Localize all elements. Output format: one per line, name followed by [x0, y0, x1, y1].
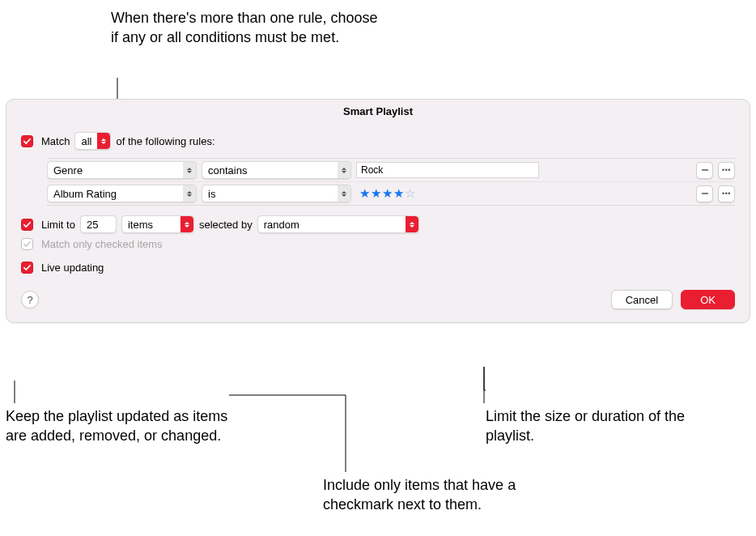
- limit-mid: selected by: [199, 219, 253, 231]
- limit-prefix: Limit to: [41, 219, 75, 231]
- updown-icon: [183, 185, 196, 202]
- updown-icon: [183, 162, 196, 178]
- match-checked-row: Match only checked items: [21, 238, 735, 250]
- live-updating-label: Live updating: [41, 262, 104, 274]
- cancel-button[interactable]: Cancel: [611, 290, 673, 309]
- match-mode-popup[interactable]: all: [74, 132, 111, 150]
- live-updating-checkbox[interactable]: [21, 262, 33, 274]
- limit-count-input[interactable]: 25: [80, 215, 117, 233]
- match-checkbox[interactable]: [21, 135, 33, 147]
- rules-list: Genre contains Rock Album Rating i: [47, 158, 735, 206]
- match-suffix: of the following rules:: [116, 135, 214, 147]
- dialog-footer: ? Cancel OK: [21, 290, 735, 309]
- rule-more-button[interactable]: [718, 162, 735, 179]
- rule-op-popup[interactable]: is: [202, 185, 351, 202]
- rule-row: Genre contains Rock: [47, 159, 735, 181]
- rule-value-stars[interactable]: ★★★★☆: [356, 186, 539, 201]
- match-checked-label: Match only checked items: [41, 238, 163, 250]
- updown-icon: [338, 162, 350, 178]
- live-updating-row: Live updating: [21, 262, 735, 274]
- limit-row: Limit to 25 items selected by random: [21, 215, 735, 233]
- match-prefix: Match: [41, 135, 70, 147]
- remove-rule-button[interactable]: [696, 162, 713, 179]
- rule-value-input[interactable]: Rock: [356, 162, 539, 178]
- remove-rule-button[interactable]: [696, 185, 713, 202]
- rule-more-button[interactable]: [718, 185, 735, 202]
- limit-checkbox[interactable]: [21, 219, 33, 231]
- updown-icon: [338, 185, 350, 202]
- ok-button[interactable]: OK: [681, 290, 735, 309]
- limit-method-popup[interactable]: random: [257, 215, 419, 233]
- limit-unit-popup[interactable]: items: [121, 215, 194, 233]
- updown-icon: [406, 216, 418, 232]
- smart-playlist-dialog: Smart Playlist Match all of the followin…: [6, 99, 750, 323]
- rule-row: Album Rating is ★★★★☆: [47, 181, 735, 205]
- rule-field-popup[interactable]: Album Rating: [47, 185, 197, 202]
- rule-op-popup[interactable]: contains: [202, 161, 351, 179]
- match-row: Match all of the following rules:: [21, 132, 735, 150]
- updown-icon: [97, 133, 110, 149]
- dialog-title: Smart Playlist: [6, 100, 750, 121]
- updown-icon: [181, 216, 193, 232]
- match-checked-checkbox: [21, 238, 33, 250]
- help-button[interactable]: ?: [21, 291, 39, 308]
- rule-field-popup[interactable]: Genre: [47, 161, 197, 179]
